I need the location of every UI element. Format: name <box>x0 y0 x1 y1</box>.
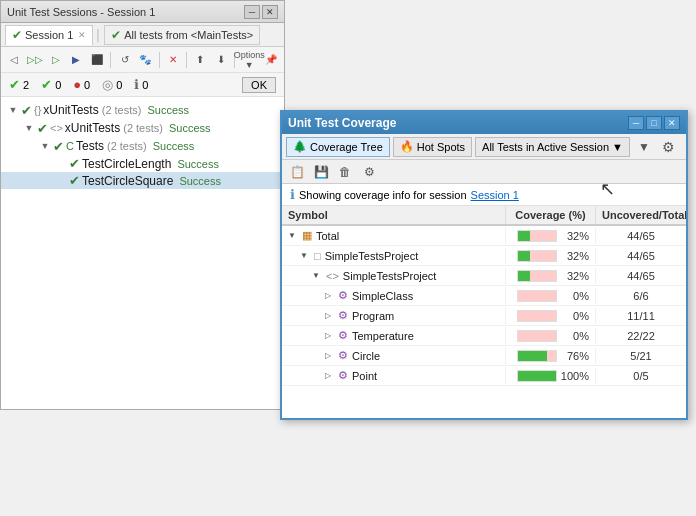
toolbar-down-btn[interactable]: ⬇ <box>212 50 231 70</box>
status-skip: ◎ 0 <box>102 77 122 92</box>
row-temperature[interactable]: ▷ ⚙ Temperature 0% 22/22 <box>282 326 686 346</box>
expand-icon3: ▼ <box>37 138 53 154</box>
label-point: Point <box>352 370 377 382</box>
icon-temperature: ⚙ <box>338 329 348 342</box>
coverage-close-btn[interactable]: ✕ <box>664 116 680 130</box>
pass-icon3: ✔ <box>53 139 64 154</box>
tab-close-icon[interactable]: ✕ <box>78 30 86 40</box>
col-uncovered: Uncovered/Total <box>596 206 686 224</box>
toolbar-extra-btn[interactable]: 📌 <box>261 50 280 70</box>
symbol-circle: ▷ ⚙ Circle <box>282 347 506 364</box>
row-total[interactable]: ▼ ▦ Total 32% 44/65 <box>282 226 686 246</box>
bar-stp1 <box>517 250 557 262</box>
settings-icon-btn[interactable]: ⚙ <box>658 137 680 157</box>
coverage-titlebar: Unit Test Coverage ─ □ ✕ <box>282 112 686 134</box>
coverage-tree-btn[interactable]: 🌲 Coverage Tree <box>286 137 390 157</box>
bar-fill-stp2 <box>518 271 530 281</box>
tree-label-testcirclesquare: TestCircleSquare <box>82 174 173 188</box>
coverage-circle: 76% <box>506 348 596 364</box>
col-coverage: Coverage (%) <box>506 206 596 224</box>
filter-btn[interactable]: ▼ <box>633 137 655 157</box>
icon-circle: ⚙ <box>338 349 348 362</box>
tree-row-tests[interactable]: ▼ ✔ C Tests (2 tests) Success <box>1 137 284 155</box>
coverage-point: 100% <box>506 368 596 384</box>
save-btn[interactable]: 💾 <box>310 162 332 182</box>
coverage-table: Symbol Coverage (%) Uncovered/Total ▼ ▦ … <box>282 206 686 418</box>
info-circle-icon: ℹ <box>290 187 295 202</box>
session-link[interactable]: Session 1 <box>471 189 519 201</box>
label-circle: Circle <box>352 350 380 362</box>
tree-row-testcirclelength[interactable]: ✔ TestCircleLength Success <box>1 155 284 172</box>
tree-label-tests: Tests <box>76 139 104 153</box>
bar-fill-circle <box>518 351 547 361</box>
row-point[interactable]: ▷ ⚙ Point 100% 0/5 <box>282 366 686 386</box>
toolbar-options-btn[interactable]: Options ▼ <box>239 50 259 70</box>
tree-row-xunittests1[interactable]: ▼ ✔ {} xUnitTests (2 tests) Success <box>1 101 284 119</box>
toolbar-track-btn[interactable]: 🐾 <box>136 50 155 70</box>
toolbar-up-btn[interactable]: ⬆ <box>191 50 210 70</box>
toolbar-refresh-btn[interactable]: ↺ <box>115 50 134 70</box>
dropdown-arrow: ▼ <box>612 141 623 153</box>
bar-simpleclass <box>517 290 557 302</box>
left-panel: Unit Test Sessions - Session 1 ─ ✕ ✔ Ses… <box>0 0 285 410</box>
icon-total: ▦ <box>302 229 312 242</box>
copy-btn[interactable]: 📋 <box>286 162 308 182</box>
session-dropdown[interactable]: All Tests in Active Session ▼ <box>475 137 630 157</box>
tab-pass-icon: ✔ <box>12 28 22 42</box>
row-program[interactable]: ▷ ⚙ Program 0% 11/11 <box>282 306 686 326</box>
status-pass: ✔ 2 <box>9 77 29 92</box>
config-btn[interactable]: ⚙ <box>358 162 380 182</box>
coverage-toolbar1: 🌲 Coverage Tree 🔥 Hot Spots All Tests in… <box>282 134 686 160</box>
toolbar-back-btn[interactable]: ◁ <box>5 50 24 70</box>
tree-label-xunittests2: xUnitTests <box>65 121 120 135</box>
close-button[interactable]: ✕ <box>262 5 278 19</box>
toolbar-run-all-btn[interactable]: ▷▷ <box>26 50 45 70</box>
tree-label-xunittests1: xUnitTests <box>43 103 98 117</box>
pct-circle: 76% <box>561 350 589 362</box>
hot-spots-icon: 🔥 <box>400 140 414 153</box>
uncovered-simpleclass: 6/6 <box>596 288 686 304</box>
skip-count: 0 <box>116 79 122 91</box>
row-simpleclass[interactable]: ▷ ⚙ SimpleClass 0% 6/6 <box>282 286 686 306</box>
toolbar-run-btn[interactable]: ▷ <box>46 50 65 70</box>
toolbar-stop-btn[interactable]: ⬛ <box>88 50 107 70</box>
uncovered-stp2: 44/65 <box>596 268 686 284</box>
toolbar-debug-btn[interactable]: ▶ <box>67 50 86 70</box>
tree-status1: Success <box>147 104 189 116</box>
pass-icon5: ✔ <box>69 173 80 188</box>
row-simpletestsproject2[interactable]: ▼ <> SimpleTestsProject 32% 44/65 <box>282 266 686 286</box>
table-header: Symbol Coverage (%) Uncovered/Total <box>282 206 686 226</box>
bar-fill-total <box>518 231 530 241</box>
tree-row-xunittests2[interactable]: ▼ ✔ <> xUnitTests (2 tests) Success <box>1 119 284 137</box>
tab-session1[interactable]: ✔ Session 1 ✕ <box>5 25 93 45</box>
pass-icon2: ✔ <box>37 121 48 136</box>
expand-circle: ▷ <box>322 350 334 362</box>
symbol-stp2: ▼ <> SimpleTestsProject <box>282 268 506 284</box>
delete-btn[interactable]: 🗑 <box>334 162 356 182</box>
ok-button[interactable]: OK <box>242 77 276 93</box>
coverage-restore-btn[interactable]: □ <box>646 116 662 130</box>
skip-icon: ◎ <box>102 77 113 92</box>
ns-icon1: {} <box>34 104 41 116</box>
hot-spots-btn[interactable]: 🔥 Hot Spots <box>393 137 472 157</box>
ns-icon2: <> <box>50 122 63 134</box>
tab-all-tests[interactable]: ✔ All tests from <MainTests> <box>104 25 260 45</box>
toolbar-sep3 <box>186 52 187 68</box>
pass-icon1: ✔ <box>21 103 32 118</box>
coverage-minimize-btn[interactable]: ─ <box>628 116 644 130</box>
info-count: 0 <box>142 79 148 91</box>
icon-stp2: <> <box>326 270 339 282</box>
row-circle[interactable]: ▷ ⚙ Circle 76% 5/21 <box>282 346 686 366</box>
tree-status4: Success <box>177 158 219 170</box>
uncovered-point: 0/5 <box>596 368 686 384</box>
left-panel-controls: ─ ✕ <box>244 5 278 19</box>
label-total: Total <box>316 230 339 242</box>
coverage-stp1: 32% <box>506 248 596 264</box>
right-panel: Unit Test Coverage ─ □ ✕ 🌲 Coverage Tree… <box>280 110 688 420</box>
tab-bar: ✔ Session 1 ✕ │ ✔ All tests from <MainTe… <box>1 23 284 47</box>
minimize-button[interactable]: ─ <box>244 5 260 19</box>
row-simpletestsproject1[interactable]: ▼ □ SimpleTestsProject 32% 44/65 <box>282 246 686 266</box>
tree-row-testcirclesquare[interactable]: ✔ TestCircleSquare Success <box>1 172 284 189</box>
symbol-temperature: ▷ ⚙ Temperature <box>282 327 506 344</box>
toolbar-delete-btn[interactable]: ✕ <box>163 50 182 70</box>
